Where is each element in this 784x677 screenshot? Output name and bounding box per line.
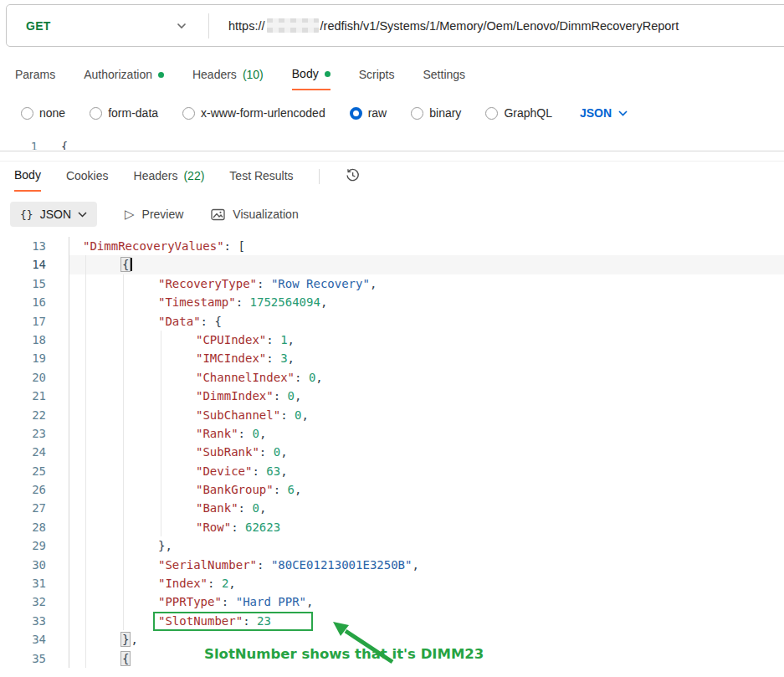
response-format-select[interactable]: {} JSON <box>10 202 97 227</box>
body-mode-row: noneform-datax-www-form-urlencodedrawbin… <box>21 106 628 120</box>
line-content: "Bank": 0, <box>69 499 784 517</box>
body-mode-label: x-www-form-urlencoded <box>201 106 325 120</box>
tab-count-badge: (22) <box>183 169 204 182</box>
language-label: JSON <box>580 106 612 120</box>
indent-guide <box>85 274 86 293</box>
section-divider-light <box>0 161 784 162</box>
indent-guide <box>123 592 124 611</box>
gutter <box>46 480 69 499</box>
gutter <box>46 630 69 649</box>
preview-button[interactable]: ▷ Preview <box>125 207 183 222</box>
indent-guide <box>85 649 86 668</box>
tab-settings[interactable]: Settings <box>423 67 466 90</box>
visualization-button[interactable]: Visualization <box>211 208 298 221</box>
url-input[interactable]: https:///redfish/v1/Systems/1/Memory/Oem… <box>228 18 679 33</box>
indent-guide <box>123 518 124 536</box>
line-number: 29 <box>0 536 46 555</box>
tab-params[interactable]: Params <box>15 67 55 90</box>
code-token: , <box>131 633 137 646</box>
tab-label: Params <box>15 68 55 81</box>
indent-guide <box>85 331 86 349</box>
indent-guide <box>85 556 86 574</box>
line-number: 19 <box>0 349 46 367</box>
response-tab-body[interactable]: Body <box>14 168 41 192</box>
indent-guide <box>85 592 86 611</box>
response-body-code[interactable]: 13"DimmRecoveryValues": [14{15"RecoveryT… <box>0 237 784 677</box>
text-cursor <box>131 258 132 271</box>
code-token: 0 <box>252 501 259 515</box>
line-content: "PPRType": "Hard PPR", <box>69 592 784 611</box>
code-token: : <box>243 614 257 628</box>
response-tabs: BodyCookiesHeaders(22)Test Results <box>14 168 361 192</box>
gutter <box>46 293 69 311</box>
request-body-editor[interactable]: 1 { <box>0 137 784 150</box>
tab-body[interactable]: Body <box>292 67 331 90</box>
response-tab-test-results[interactable]: Test Results <box>229 168 293 192</box>
indent-guide <box>161 368 161 387</box>
indent-guide <box>161 499 161 517</box>
gutter <box>46 592 69 611</box>
line-number: 30 <box>0 556 46 574</box>
code-token: , <box>295 389 301 403</box>
code-line-23: 23"Rank": 0, <box>0 424 784 443</box>
editor-line-number: 1 <box>0 137 38 150</box>
green-dot-icon <box>158 72 164 78</box>
line-number: 31 <box>0 574 46 592</box>
language-select[interactable]: JSON <box>580 106 628 120</box>
line-content: }, <box>69 536 784 555</box>
body-mode-form-data[interactable]: form-data <box>90 106 158 120</box>
radio-icon <box>182 107 195 120</box>
body-mode-raw[interactable]: raw <box>350 106 387 120</box>
body-mode-x-www-form-urlencoded[interactable]: x-www-form-urlencoded <box>182 106 325 120</box>
code-line-30: 30"SerialNumber": "80CE01213001E3250B", <box>0 556 784 574</box>
line-content: "SubRank": 0, <box>69 443 784 461</box>
code-token: "Rank" <box>196 427 238 440</box>
history-icon[interactable] <box>345 167 361 192</box>
body-mode-none[interactable]: none <box>21 106 65 120</box>
method-selector[interactable]: GET <box>7 5 208 46</box>
code-token: : <box>238 427 253 440</box>
line-number: 16 <box>0 293 46 311</box>
tab-headers[interactable]: Headers(10) <box>192 67 264 90</box>
indent-guide <box>123 406 124 424</box>
code-token: 23 <box>257 614 271 628</box>
tab-label: Authorization <box>84 68 152 81</box>
tab-label: Settings <box>423 68 466 81</box>
indent-guide <box>85 480 86 499</box>
indent-guide <box>85 536 86 555</box>
indent-guide <box>123 331 124 349</box>
line-number: 25 <box>0 462 46 480</box>
gutter <box>46 574 69 592</box>
gutter <box>46 649 69 668</box>
body-mode-binary[interactable]: binary <box>411 106 461 120</box>
indent-guide <box>85 312 86 331</box>
code-line-27: 27"Bank": 0, <box>0 499 784 517</box>
gutter <box>46 349 69 367</box>
line-content: "Data": { <box>69 312 784 331</box>
response-tab-headers[interactable]: Headers(22) <box>134 168 205 192</box>
tab-authorization[interactable]: Authorization <box>84 67 164 90</box>
code-token: 6 <box>288 483 295 496</box>
code-token: : <box>280 408 295 422</box>
response-tab-label: Headers <box>134 169 178 182</box>
indent-guide <box>161 480 161 499</box>
matched-bracket: { <box>120 257 131 272</box>
code-line-16: 16"Timestamp": 1752564094, <box>0 293 784 311</box>
body-mode-label: binary <box>429 106 461 120</box>
line-content: "Rank": 0, <box>69 424 784 443</box>
tab-scripts[interactable]: Scripts <box>359 67 395 90</box>
code-token: "Data" <box>158 315 201 328</box>
body-mode-graphql[interactable]: GraphQL <box>485 106 552 120</box>
code-token: "SubRank" <box>196 445 259 459</box>
code-token: : [ <box>224 239 245 253</box>
code-token: "Row Recovery" <box>271 277 370 290</box>
indent-guide <box>85 368 86 387</box>
indent-guide <box>161 518 161 536</box>
indent-guide <box>123 293 124 311</box>
indent-guide <box>123 462 124 480</box>
indent-guide <box>85 443 86 461</box>
indent-guide <box>85 255 86 274</box>
code-line-28: 28"Row": 62623 <box>0 518 784 536</box>
indent-guide <box>85 612 86 630</box>
response-tab-cookies[interactable]: Cookies <box>66 168 109 192</box>
